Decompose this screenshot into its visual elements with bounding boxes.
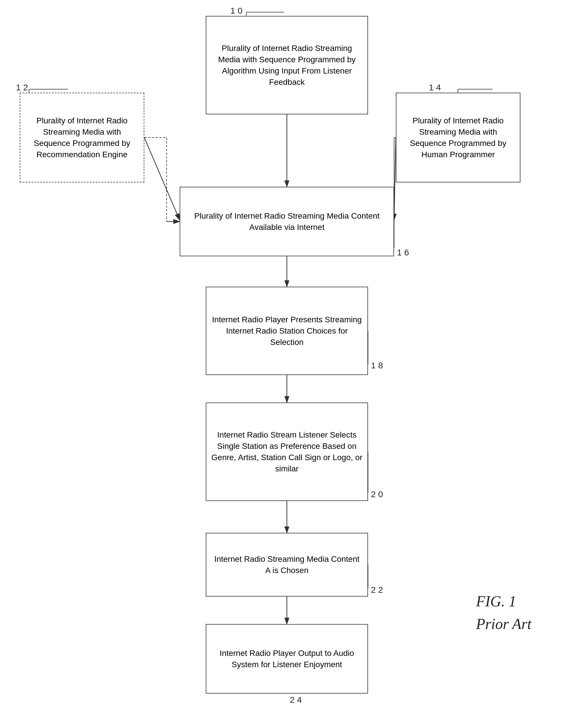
label-16: 1 6 [397, 248, 409, 257]
box-22: Internet Radio Streaming Media Content A… [206, 533, 368, 596]
box-14-label: Plurality of Internet Radio Streaming Me… [401, 115, 515, 160]
box-20: Internet Radio Stream Listener Selects S… [206, 403, 368, 501]
box-20-label: Internet Radio Stream Listener Selects S… [211, 429, 363, 475]
box-16: Plurality of Internet Radio Streaming Me… [180, 187, 394, 256]
box-22-label: Internet Radio Streaming Media Content A… [211, 553, 363, 576]
fig-line2: Prior Art [476, 613, 531, 635]
box-24: Internet Radio Player Output to Audio Sy… [206, 624, 368, 694]
box-12-label: Plurality of Internet Radio Streaming Me… [25, 115, 139, 160]
box-10-label: Plurality of Internet Radio Streaming Me… [211, 43, 363, 88]
box-18-label: Internet Radio Player Presents Streaming… [211, 314, 363, 348]
box-18: Internet Radio Player Presents Streaming… [206, 287, 368, 375]
figure-label: FIG. 1 Prior Art [476, 590, 531, 635]
diagram-container: Plurality of Internet Radio Streaming Me… [0, 0, 572, 728]
fig-line1: FIG. 1 [476, 590, 531, 613]
label-20: 2 0 [371, 489, 383, 499]
label-18: 1 8 [371, 360, 383, 371]
box-24-label: Internet Radio Player Output to Audio Sy… [211, 647, 363, 670]
label-22: 2 2 [371, 585, 383, 595]
label-10: 1 0 [230, 6, 242, 16]
label-12: 1 2 [16, 83, 28, 92]
svg-line-2 [144, 138, 180, 220]
label-24: 2 4 [290, 695, 302, 705]
box-14: Plurality of Internet Radio Streaming Me… [396, 93, 520, 182]
label-14: 1 4 [429, 83, 441, 92]
box-12: Plurality of Internet Radio Streaming Me… [20, 93, 144, 182]
box-16-label: Plurality of Internet Radio Streaming Me… [185, 210, 389, 233]
box-10: Plurality of Internet Radio Streaming Me… [206, 16, 368, 114]
